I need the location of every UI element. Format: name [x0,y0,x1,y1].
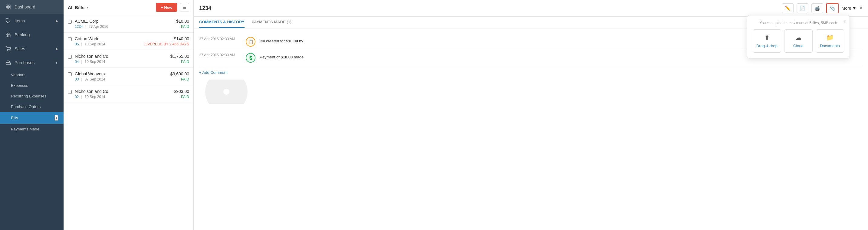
sidebar-item-sales[interactable]: Sales ▶ [0,42,64,56]
bill-id-0[interactable]: 1234 [75,25,83,29]
edit-icon: ✏️ [785,5,790,11]
bill-meta-4: 02 | 10 Sep 2014 [75,95,171,99]
bill-id-4[interactable]: 02 [75,95,79,99]
drag-drop-option[interactable]: ⬆ Drag & drop [753,29,781,53]
more-button-label: More [842,6,851,10]
bill-row-3[interactable]: Global Weavers 03 | 07 Sep 2014 $3,600.0… [64,68,193,85]
items-chevron-icon: ▶ [56,19,58,23]
sidebar-sub-item-bills-label: Bills [11,116,18,120]
sidebar-item-purchases[interactable]: Purchases ▼ [0,56,64,70]
svg-rect-1 [9,5,10,6]
sidebar: Dashboard Items ▶ Banking Sales ▶ Purcha… [0,0,64,230]
bill-checkbox-4[interactable] [68,90,72,94]
bill-amount-1: $140.00 [145,36,189,41]
bill-id-2[interactable]: 04 [75,60,79,64]
menu-button[interactable]: ☰ [180,3,189,12]
bill-status-4: PAID [174,95,189,99]
close-button[interactable]: × [859,5,863,11]
bill-amount-section-4: $903.00 PAID [174,89,189,99]
bill-id-3[interactable]: 03 [75,77,79,81]
tab-comments-history-label: COMMENTS & HISTORY [199,20,245,24]
cloud-icon: ☁ [795,34,801,41]
sidebar-item-banking-label: Banking [14,32,30,37]
bill-row-4[interactable]: Nicholson and Co 02 | 10 Sep 2014 $903.0… [64,85,193,103]
upload-options: ⬆ Drag & drop ☁ Cloud 📁 Documents [753,29,844,53]
print-button[interactable]: 🖨️ [811,3,823,13]
bill-checkbox-0[interactable] [68,20,72,24]
detail-header: 1234 ✏️ 📄 🖨️ 📎 More ▼ × [194,0,868,17]
bill-amount-4: $903.00 [174,89,189,94]
bills-list: ACME. Corp 1234 | 27 Apr 2016 $10.00 PAI… [64,15,193,103]
bills-add-button[interactable]: + [55,115,58,121]
sidebar-sub-item-recurring-expenses[interactable]: Recurring Expenses [0,91,64,101]
bill-separator-2: | [81,60,82,64]
bill-info-0: ACME. Corp 1234 | 27 Apr 2016 [75,19,173,29]
sidebar-item-items-label: Items [14,19,25,23]
sidebar-item-dashboard-label: Dashboard [14,4,35,9]
tab-payments-made[interactable]: PAYMENTS MADE (1) [252,17,291,28]
print-icon: 🖨️ [814,5,820,11]
documents-option[interactable]: 📁 Documents [816,29,844,53]
svg-rect-3 [6,7,7,9]
edit-button[interactable]: ✏️ [782,3,794,13]
sidebar-item-items[interactable]: Items ▶ [0,14,64,28]
cloud-label: Cloud [793,43,804,48]
bill-info-4: Nicholson and Co 02 | 10 Sep 2014 [75,89,171,99]
bill-row-2[interactable]: Nicholson and Co 04 | 10 Sep 2014 $1,755… [64,50,193,68]
add-comment-label: + Add Comment [199,70,227,75]
bill-status-0: PAID [176,25,189,29]
bills-title[interactable]: All Bills ▼ [68,5,89,10]
bill-separator-1: | [81,42,82,46]
sidebar-sub-item-expenses-label: Expenses [11,83,28,88]
bill-id-1[interactable]: 05 [75,42,79,46]
purchases-icon [5,60,11,65]
bill-meta-3: 03 | 07 Sep 2014 [75,77,167,81]
bill-separator-3: | [81,77,82,81]
history-time-2: 27 Apr 2016 02:30 AM [199,53,242,57]
bill-history-icon-1: 📋 [246,37,255,46]
bills-dropdown-arrow-icon: ▼ [86,6,89,9]
cloud-option[interactable]: ☁ Cloud [784,29,813,53]
banking-icon [5,32,11,37]
bill-status-3: PAID [170,77,189,81]
document-icon: 📄 [800,5,805,11]
bill-name-0: ACME. Corp [75,19,173,24]
bill-name-1: Cotton World [75,36,142,41]
bill-meta-0: 1234 | 27 Apr 2016 [75,25,173,29]
bill-name-2: Nicholson and Co [75,54,167,59]
sidebar-sub-item-purchase-orders[interactable]: Purchase Orders [0,101,64,112]
drag-drop-label: Drag & drop [756,43,777,48]
bill-separator-4: | [81,95,82,99]
sidebar-sub-item-bills[interactable]: Bills + [0,112,64,124]
bill-amount-0: $10.00 [176,19,189,24]
new-button[interactable]: + New [156,3,177,12]
bill-amount-section-1: $140.00 OVERDUE BY 2,466 DAYS [145,36,189,46]
purchases-chevron-icon: ▼ [55,61,58,64]
bill-checkbox-1[interactable] [68,37,72,41]
bill-checkbox-3[interactable] [68,72,72,76]
bills-panel: All Bills ▼ + New ☰ ACME. Corp 1234 | 27… [64,0,194,230]
sidebar-item-dashboard[interactable]: Dashboard [0,0,64,14]
bill-row-1[interactable]: Cotton World 05 | 10 Sep 2014 $140.00 OV… [64,33,193,50]
svg-point-9 [10,51,10,51]
bill-row-0[interactable]: ACME. Corp 1234 | 27 Apr 2016 $10.00 PAI… [64,15,193,33]
sidebar-item-purchases-label: Purchases [14,60,34,65]
upload-popup-close-button[interactable]: × [843,19,846,24]
bill-date-0: 27 Apr 2016 [89,25,108,29]
sidebar-sub-item-vendors[interactable]: Vendors [0,70,64,80]
history-time-1: 27 Apr 2016 02:30 AM [199,37,242,41]
sidebar-sub-item-payments-made[interactable]: Payments Made [0,124,64,134]
document-button[interactable]: 📄 [797,3,808,13]
sidebar-sub-item-expenses[interactable]: Expenses [0,80,64,91]
tab-comments-history[interactable]: COMMENTS & HISTORY [199,17,245,28]
more-chevron-icon: ▼ [852,6,857,10]
sidebar-sub-item-recurring-expenses-label: Recurring Expenses [11,94,46,98]
bill-separator-0: | [85,25,86,29]
sidebar-sub-item-purchase-orders-label: Purchase Orders [11,104,40,109]
bill-checkbox-2[interactable] [68,55,72,59]
add-comment-button[interactable]: + Add Comment [199,70,227,75]
attach-button[interactable]: 📎 [826,3,839,13]
more-button[interactable]: More ▼ [842,6,857,10]
sidebar-item-banking[interactable]: Banking [0,28,64,42]
close-icon: × [859,5,863,11]
